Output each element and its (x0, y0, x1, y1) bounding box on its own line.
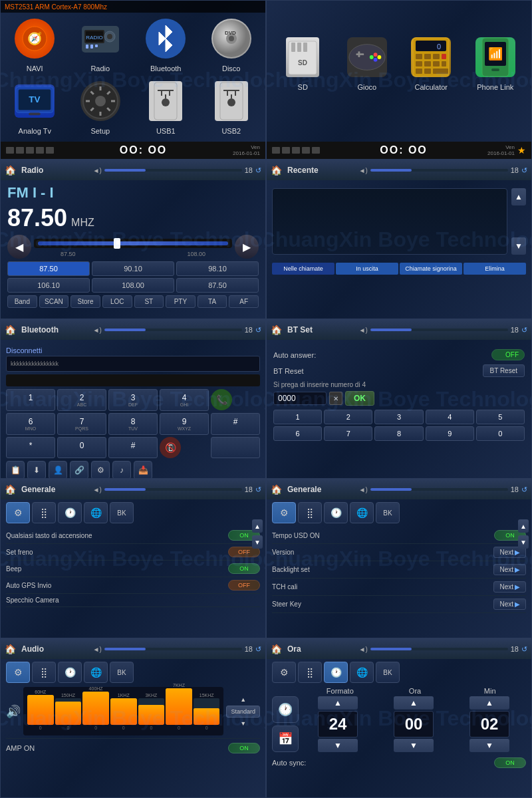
btset-num-0[interactable]: 0 (476, 426, 525, 441)
menu-item-navi[interactable]: 🧭 NAVI (5, 15, 65, 72)
gen-toggle-4[interactable]: OFF (228, 580, 260, 591)
gen-right-vol-slider[interactable] (370, 488, 508, 491)
btset-clear-btn[interactable]: ✕ (329, 392, 342, 405)
bt-disconnect-btn[interactable]: Disconnetti (6, 346, 42, 354)
menu-item-radio[interactable]: RADIO Radio (70, 15, 131, 72)
bt-func-1[interactable]: 📋 (6, 461, 25, 479)
menu-item-sd[interactable]: SD SD (273, 34, 332, 91)
audio-home-icon[interactable]: 🏠 (5, 644, 16, 654)
preset-6[interactable]: 87.50 (176, 278, 259, 293)
bt-func-5[interactable]: ⚙ (91, 461, 110, 479)
gen-tab-clock[interactable]: 🕐 (58, 502, 82, 523)
gen-tab-settings[interactable]: ⚙ (6, 502, 30, 523)
dial-star[interactable]: * (6, 437, 55, 458)
menu-item-analogtv[interactable]: TV Analog Tv (5, 78, 65, 135)
dial-2[interactable]: 2ABC (57, 389, 106, 411)
radio-vol-slider[interactable] (104, 169, 242, 172)
rc-af[interactable]: AF (229, 295, 259, 308)
recente-vol-slider[interactable] (370, 169, 508, 172)
ora-up[interactable]: ▲ (394, 696, 434, 710)
rc-pty[interactable]: PTY (166, 295, 196, 308)
bt-dial-vol-slider[interactable] (104, 329, 242, 331)
gen-left-back-btn[interactable]: ↺ (255, 485, 261, 494)
menu-item-gioco[interactable]: Gioco (338, 34, 397, 91)
gen-left-scroll-up[interactable]: ▲ (252, 519, 263, 533)
audio-tab-settings[interactable]: ⚙ (6, 662, 30, 683)
formato-down[interactable]: ▼ (318, 739, 358, 752)
gen-right-tab-net[interactable]: 🌐 (350, 502, 374, 523)
audio-back-btn[interactable]: ↺ (255, 645, 261, 654)
gen-tab-network[interactable]: 🌐 (84, 502, 108, 523)
btset-reset-btn[interactable]: BT Reset (483, 364, 525, 377)
tab-chiamate-signorina[interactable]: Chiamate signorina (400, 263, 462, 275)
preset-1[interactable]: 87.50 (7, 261, 90, 276)
radio-back-btn[interactable]: ↺ (255, 166, 261, 175)
min-up[interactable]: ▲ (469, 696, 509, 710)
btset-home-icon[interactable]: 🏠 (271, 325, 282, 335)
rc-ta[interactable]: TA (198, 295, 227, 308)
gen-right-tab-settings[interactable]: ⚙ (272, 502, 296, 523)
ora-tab-net[interactable]: 🌐 (350, 662, 374, 683)
bt-func-2[interactable]: ⬇ (27, 461, 46, 479)
rc-st[interactable]: ST (134, 295, 164, 308)
autosync-toggle[interactable]: ON (494, 757, 526, 768)
dial-7[interactable]: 7PQRS (57, 413, 106, 435)
dial-1[interactable]: 1 (6, 389, 55, 411)
time-icon-clock[interactable]: 🕐 (272, 696, 299, 723)
menu-item-disco[interactable]: DVD Disco (201, 15, 262, 72)
ora-vol-slider[interactable] (370, 648, 508, 650)
bt-dial-back-btn[interactable]: ↺ (255, 326, 261, 334)
gen-tab-bk[interactable]: BK (110, 502, 134, 523)
btset-ok-btn[interactable]: OK (345, 391, 374, 406)
dial-call-btn[interactable]: 📞 (211, 389, 232, 410)
dial-hash2[interactable]: # (108, 437, 158, 458)
bt-func-6[interactable]: ♪ (112, 461, 131, 479)
recente-scroll-down[interactable]: ▼ (511, 237, 526, 255)
gen-tab-equalizer[interactable]: ⣿ (32, 502, 56, 523)
audio-vol-slider[interactable] (104, 648, 242, 650)
radio-home-icon[interactable]: 🏠 (5, 165, 16, 176)
dial-hash[interactable]: # (211, 413, 260, 435)
tab-nelle-chiamate[interactable]: Nelle chiamate (272, 263, 334, 275)
dial-3[interactable]: 3DEF (108, 389, 158, 411)
gen-right-home-icon[interactable]: 🏠 (271, 484, 282, 495)
btset-num-5[interactable]: 5 (476, 410, 525, 424)
rc-band[interactable]: Band (7, 295, 37, 308)
radio-prev-btn[interactable]: ◀ (7, 235, 31, 259)
audio-tab-clock[interactable]: 🕐 (58, 662, 82, 683)
btset-num-3[interactable]: 3 (374, 410, 423, 424)
btset-num-4[interactable]: 4 (426, 410, 474, 424)
ora-tab-clock[interactable]: 🕐 (324, 662, 348, 683)
dial-6[interactable]: 6MNO (6, 413, 55, 435)
dial-0[interactable]: 0 (57, 437, 106, 458)
formato-up[interactable]: ▲ (318, 696, 358, 710)
menu-item-usb1[interactable]: USB1 (136, 78, 196, 135)
btset-pin-input[interactable] (273, 392, 327, 405)
btset-back-btn[interactable]: ↺ (521, 326, 527, 334)
bt-dial-home-icon[interactable]: 🏠 (5, 325, 16, 335)
eq-scroll-up[interactable]: ▲ (240, 696, 246, 703)
bt-func-3[interactable]: 👤 (49, 461, 67, 479)
ora-down[interactable]: ▼ (394, 739, 434, 752)
menu-item-calculator[interactable]: 0 Calculator (402, 34, 461, 91)
audio-tab-bk[interactable]: BK (110, 662, 134, 683)
gen-left-vol-slider[interactable] (104, 488, 242, 491)
gen-right-next-2[interactable]: Next▶ (493, 564, 526, 575)
bt-func-4[interactable]: 🔗 (70, 461, 88, 479)
dial-end-btn[interactable]: 📵 (160, 437, 181, 458)
time-icon-calendar[interactable]: 📅 (272, 726, 299, 752)
recente-scroll-up[interactable]: ▲ (511, 188, 526, 205)
audio-tab-net[interactable]: 🌐 (84, 662, 108, 683)
gen-right-tab-bk[interactable]: BK (376, 502, 400, 523)
radio-slider[interactable] (34, 239, 232, 248)
ora-tab-settings[interactable]: ⚙ (272, 662, 296, 683)
dial-8[interactable]: 8TUV (108, 413, 158, 435)
dial-9[interactable]: 9WXYZ (160, 413, 209, 435)
gen-right-next-4[interactable]: Next▶ (493, 598, 526, 610)
recente-home-icon[interactable]: 🏠 (271, 165, 282, 176)
gen-right-scroll-down[interactable]: ▼ (518, 535, 529, 549)
ora-back-btn[interactable]: ↺ (521, 645, 527, 654)
min-down[interactable]: ▼ (469, 739, 509, 752)
ora-tab-bk[interactable]: BK (376, 662, 400, 683)
btset-auto-answer-toggle[interactable]: OFF (491, 349, 525, 360)
